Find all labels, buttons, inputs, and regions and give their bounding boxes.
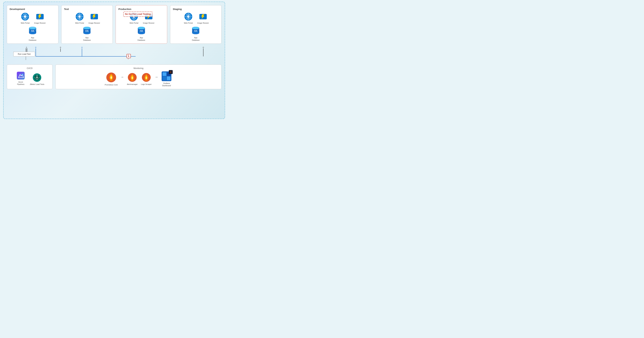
logs-scraper-icon bbox=[142, 73, 151, 82]
web-portal-test-label: Web Portal bbox=[75, 22, 84, 24]
azure-pipelines-label: AzurePipelines bbox=[17, 81, 24, 85]
svg-point-17 bbox=[30, 26, 36, 28]
svg-point-86 bbox=[36, 77, 38, 78]
cicd-icons: AzurePipelines bbox=[10, 71, 50, 85]
env-development: Development Web Portal bbox=[7, 5, 58, 44]
env-test-db: DB AppDatabase bbox=[64, 26, 110, 41]
grafana-cell-1 bbox=[162, 72, 166, 76]
image-resizer-test-label: Image Resizer bbox=[88, 22, 100, 24]
web-portal-test-icon bbox=[75, 12, 84, 21]
app-db-prod: DB AppDatabase bbox=[136, 26, 147, 41]
image-resizer-prod-icon bbox=[144, 12, 153, 21]
azure-pipelines-icon bbox=[16, 71, 25, 80]
env-test: Test Web Portal bbox=[61, 5, 113, 44]
image-resizer-staging: Image Resizer bbox=[197, 12, 209, 24]
env-development-icons: Web Portal Image Resizer bbox=[10, 12, 56, 24]
web-portal-dev-icon bbox=[21, 12, 29, 21]
monitoring-title: Monitoring bbox=[58, 67, 219, 69]
web-portal-dev: Web Portal bbox=[20, 12, 31, 24]
grafana-icon-wrapper: G bbox=[162, 71, 172, 81]
app-db-staging-icon: DB bbox=[192, 26, 200, 35]
alertmanager: Alertmanager bbox=[126, 73, 138, 85]
monitoring-box: Monitoring Prometeus Core bbox=[56, 64, 222, 89]
cicd-title: CI/CD bbox=[10, 67, 50, 69]
web-portal-staging: Web Portal bbox=[183, 12, 194, 24]
bottom-row: CI/CD bbox=[7, 64, 222, 89]
env-staging-icons: Web Portal Image Resizer bbox=[173, 12, 219, 24]
env-production-title: Production bbox=[118, 8, 164, 10]
app-db-dev-icon: DB bbox=[28, 26, 37, 35]
image-resizer-dev: Image Resizer bbox=[34, 12, 46, 24]
env-development-db: DB AppDatabase bbox=[10, 26, 56, 41]
image-resizer-prod-label: Image Resizer bbox=[143, 22, 154, 24]
svg-marker-67 bbox=[35, 47, 36, 47]
app-db-test-label: AppDatabase bbox=[83, 36, 91, 41]
web-portal-prod-label: Web Portal bbox=[130, 22, 138, 24]
svg-point-91 bbox=[38, 77, 38, 78]
app-db-prod-icon: DB bbox=[137, 26, 146, 35]
app-db-dev: DB AppDatabase bbox=[27, 26, 38, 41]
svg-point-59 bbox=[192, 32, 199, 34]
image-resizer-test-icon bbox=[90, 12, 98, 21]
web-portal-prod: Web Portal bbox=[128, 12, 140, 24]
logs-scraper: Logs Scraper bbox=[140, 73, 152, 85]
svg-point-90 bbox=[36, 77, 36, 78]
image-resizer-dev-icon bbox=[36, 12, 44, 21]
env-production-icons: Web Portal Image Resizer No Go For Load … bbox=[118, 12, 164, 24]
alertmanager-label: Alertmanager bbox=[127, 83, 138, 85]
web-portal-dev-label: Web Portal bbox=[21, 22, 30, 24]
jmeter-label: JMeter Load Tests bbox=[30, 83, 44, 85]
image-resizer-prod: Image Resizer bbox=[143, 12, 154, 24]
arrow-prometheus-alertmanager: → bbox=[120, 75, 124, 79]
azure-pipelines: AzurePipelines bbox=[15, 71, 26, 85]
prometheus: Prometeus Core bbox=[105, 72, 118, 86]
env-staging-db: DB AppDatabase bbox=[173, 26, 219, 41]
grafana-dashboard: G GrafanaDashboard bbox=[161, 71, 172, 87]
grafana-dashboard-label: GrafanaDashboard bbox=[162, 82, 171, 87]
jmeter: JMeter Load Tests bbox=[30, 73, 44, 85]
flow-arrows-svg: Run Load Test x bbox=[7, 47, 222, 63]
svg-marker-72 bbox=[202, 47, 204, 47]
app-db-dev-label: AppDatabase bbox=[29, 36, 36, 41]
env-development-title: Development bbox=[10, 8, 56, 10]
arrow-to-grafana: → bbox=[154, 75, 158, 79]
env-staging-title: Staging bbox=[173, 8, 219, 10]
app-db-test: DB AppDatabase bbox=[81, 26, 93, 41]
env-production-db: DB AppDatabase bbox=[118, 26, 164, 41]
image-resizer-dev-label: Image Resizer bbox=[34, 22, 46, 24]
svg-rect-96 bbox=[131, 80, 134, 81]
env-test-icons: Web Portal Image Resizer bbox=[64, 12, 110, 24]
app-db-staging-label: AppDatabase bbox=[192, 36, 200, 41]
web-portal-staging-label: Web Portal bbox=[184, 22, 193, 24]
flow-section: Run Load Test x bbox=[7, 47, 222, 63]
image-resizer-staging-label: Image Resizer bbox=[197, 22, 209, 24]
svg-rect-94 bbox=[110, 81, 112, 81]
env-production: Production Web Portal bbox=[116, 5, 167, 44]
web-portal-prod-icon bbox=[130, 12, 138, 21]
svg-rect-93 bbox=[110, 80, 112, 81]
svg-rect-97 bbox=[132, 81, 133, 81]
svg-point-27 bbox=[83, 27, 90, 29]
grafana-badge: G bbox=[169, 70, 173, 74]
svg-point-41 bbox=[138, 27, 145, 29]
svg-rect-99 bbox=[145, 80, 148, 81]
image-resizer-test: Image Resizer bbox=[88, 12, 100, 24]
web-portal-test: Web Portal bbox=[74, 12, 85, 24]
prometheus-icon bbox=[106, 72, 116, 83]
image-resizer-staging-icon bbox=[199, 12, 207, 21]
app-db-test-icon: DB bbox=[83, 26, 91, 35]
svg-point-16 bbox=[29, 32, 36, 34]
web-portal-staging-icon bbox=[184, 12, 192, 21]
env-test-title: Test bbox=[64, 8, 110, 10]
grafana-cell-4 bbox=[167, 76, 170, 80]
main-container: Development Web Portal bbox=[3, 2, 225, 119]
svg-marker-70 bbox=[81, 47, 83, 47]
svg-marker-65 bbox=[26, 47, 27, 47]
app-db-staging: DB AppDatabase bbox=[190, 26, 202, 41]
env-staging: Staging Web Portal bbox=[170, 5, 222, 44]
svg-point-55 bbox=[192, 27, 199, 29]
grafana-cell-3 bbox=[162, 76, 166, 80]
prometheus-label: Prometeus Core bbox=[105, 84, 118, 86]
svg-rect-100 bbox=[146, 81, 147, 81]
app-db-prod-label: AppDatabase bbox=[138, 36, 145, 41]
